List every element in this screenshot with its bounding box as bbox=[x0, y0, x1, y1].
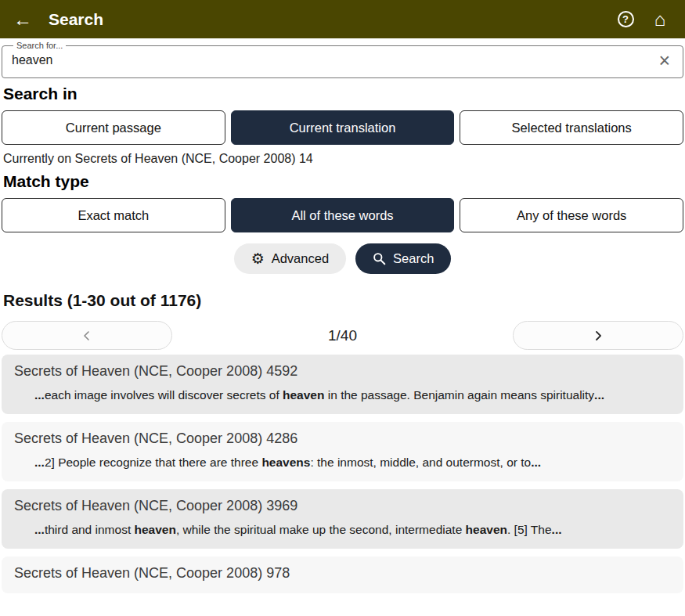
result-item[interactable]: Secrets of Heaven (NCE, Cooper 2008) 428… bbox=[2, 422, 683, 481]
result-item[interactable]: Secrets of Heaven (NCE, Cooper 2008) 396… bbox=[2, 489, 683, 549]
gear-icon: ⚙ bbox=[251, 251, 265, 266]
advanced-button[interactable]: ⚙ Advanced bbox=[234, 243, 346, 274]
match-type-group: Exact match All of these words Any of th… bbox=[2, 198, 683, 232]
option-any-words[interactable]: Any of these words bbox=[460, 198, 683, 232]
search-in-heading: Search in bbox=[3, 85, 682, 103]
clear-search-button[interactable]: × bbox=[654, 51, 675, 70]
option-current-translation[interactable]: Current translation bbox=[231, 110, 455, 145]
top-bar: ← Search ? ⌂ bbox=[0, 0, 685, 38]
search-button[interactable]: Search bbox=[355, 243, 451, 274]
result-snippet: ...2] People recognize that there are th… bbox=[34, 456, 671, 470]
previous-page-button[interactable] bbox=[2, 321, 172, 350]
pagination: 1/40 bbox=[2, 321, 683, 350]
help-button[interactable]: ? bbox=[611, 5, 640, 34]
search-field-label: Search for... bbox=[13, 41, 66, 50]
chevron-left-icon bbox=[81, 330, 92, 341]
search-fieldset: Search for... × bbox=[2, 41, 683, 78]
search-input[interactable] bbox=[10, 50, 654, 70]
magnifier-icon bbox=[373, 252, 386, 265]
back-button[interactable]: ← bbox=[8, 5, 38, 34]
result-snippet: ...each image involves will discover sec… bbox=[34, 388, 671, 402]
search-button-label: Search bbox=[393, 251, 434, 266]
option-all-words[interactable]: All of these words bbox=[231, 198, 455, 232]
home-button[interactable]: ⌂ bbox=[646, 5, 674, 34]
result-item[interactable]: Secrets of Heaven (NCE, Cooper 2008) 978 bbox=[2, 557, 683, 593]
action-row: ⚙ Advanced Search bbox=[0, 243, 685, 274]
search-in-group: Current passage Current translation Sele… bbox=[2, 110, 683, 145]
result-title: Secrets of Heaven (NCE, Cooper 2008) 459… bbox=[14, 363, 671, 380]
results-heading: Results (1-30 out of 1176) bbox=[3, 291, 682, 310]
page-title: Search bbox=[49, 10, 103, 29]
match-type-heading: Match type bbox=[3, 172, 682, 191]
home-icon: ⌂ bbox=[654, 10, 666, 29]
help-icon: ? bbox=[618, 11, 634, 27]
chevron-right-icon bbox=[593, 330, 604, 341]
option-current-passage[interactable]: Current passage bbox=[2, 110, 225, 145]
current-translation-status: Currently on Secrets of Heaven (NCE, Coo… bbox=[3, 152, 682, 166]
result-title: Secrets of Heaven (NCE, Cooper 2008) 428… bbox=[14, 430, 671, 447]
result-item[interactable]: Secrets of Heaven (NCE, Cooper 2008) 459… bbox=[2, 355, 683, 414]
result-snippet: ...third and inmost heaven, while the sp… bbox=[34, 523, 671, 537]
result-title: Secrets of Heaven (NCE, Cooper 2008) 396… bbox=[14, 498, 671, 514]
advanced-button-label: Advanced bbox=[272, 251, 329, 266]
next-page-button[interactable] bbox=[513, 321, 683, 350]
result-title: Secrets of Heaven (NCE, Cooper 2008) 978 bbox=[14, 565, 671, 582]
results-list: Secrets of Heaven (NCE, Cooper 2008) 459… bbox=[0, 355, 685, 593]
option-selected-translations[interactable]: Selected translations bbox=[460, 110, 683, 145]
option-exact-match[interactable]: Exact match bbox=[2, 198, 225, 232]
page-indicator: 1/40 bbox=[172, 327, 513, 344]
